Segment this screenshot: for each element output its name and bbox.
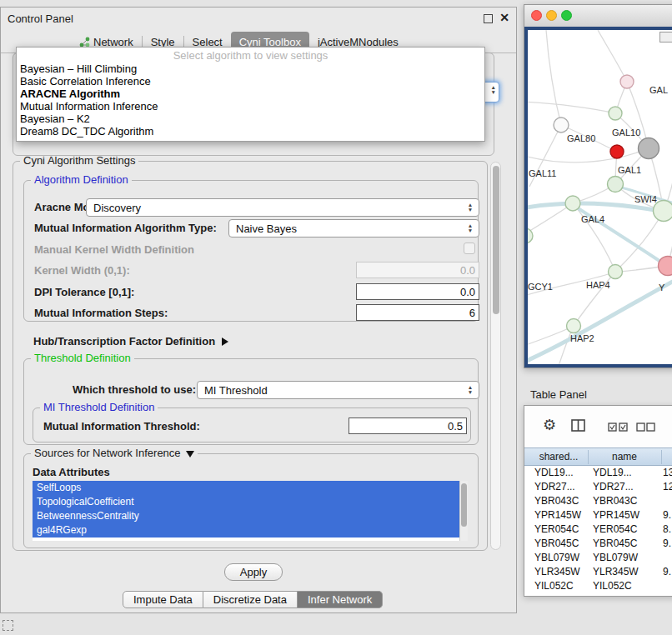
list-item[interactable]: SelfLoops: [33, 481, 459, 495]
table-row[interactable]: YBL079WYBL079W: [524, 551, 672, 565]
dropdown-placeholder: Select algorithm to view settings: [17, 49, 484, 62]
table-row[interactable]: YER054CYER054C8.: [524, 522, 672, 537]
hub-definition-section[interactable]: Hub/Transcription Factor Definition: [33, 333, 228, 348]
hub-definition-label: Hub/Transcription Factor Definition: [33, 335, 215, 348]
network-node[interactable]: [609, 107, 622, 120]
table-body: YDL19...YDL19...13 YDR27...YDR27...12 YB…: [524, 466, 672, 596]
algorithm-option[interactable]: Dream8 DC_TDC Algorithm: [17, 125, 484, 138]
network-node[interactable]: [567, 319, 581, 333]
tab-label: Impute Data: [133, 593, 193, 606]
algorithm-option[interactable]: Basic Correlation Inference: [17, 75, 484, 88]
group-title: MI Threshold Definition: [40, 401, 158, 413]
combo-value: MI Threshold: [198, 384, 464, 397]
chevron-up-down-icon: ▲▼: [491, 85, 496, 95]
network-node[interactable]: [620, 75, 634, 88]
cell: YLR345W: [593, 565, 659, 579]
column-header-name[interactable]: name: [589, 451, 659, 462]
algorithm-option[interactable]: Mutual Information Inference: [17, 100, 484, 112]
combo-value: Naive Bayes: [229, 222, 464, 235]
network-node[interactable]: [528, 228, 533, 243]
node-label: Y: [659, 282, 664, 292]
group-title: Cyni Algorithm Settings: [20, 154, 138, 167]
columns-icon[interactable]: [571, 419, 585, 432]
control-panel-titlebar[interactable]: Control Panel ✕: [1, 8, 516, 31]
zoom-traffic-light[interactable]: [561, 10, 572, 21]
manual-kernel-checkbox: [464, 242, 475, 254]
network-node[interactable]: [609, 265, 623, 279]
apply-button[interactable]: Apply: [224, 563, 283, 581]
list-item[interactable]: TopologicalCoefficient: [33, 495, 459, 509]
minimize-traffic-light[interactable]: [546, 10, 557, 21]
collapse-down-icon[interactable]: [186, 451, 194, 458]
node-label: GAL11: [529, 168, 556, 178]
network-node[interactable]: [565, 196, 580, 211]
tab-discretize-data[interactable]: Discretize Data: [203, 591, 298, 608]
network-node[interactable]: [554, 118, 569, 132]
group-title: Algorithm Definition: [31, 173, 132, 186]
cell: YBR045C: [534, 537, 586, 551]
chevron-up-down-icon: ▲▼: [464, 223, 479, 233]
gear-icon[interactable]: ⚙: [543, 416, 556, 434]
table-row[interactable]: YDR27...YDR27...12: [524, 480, 672, 494]
cell: YIL052C: [593, 579, 659, 593]
node-label: GAL: [649, 85, 668, 95]
algorithm-option[interactable]: Bayesian – K2: [17, 112, 484, 125]
algorithm-option-selected[interactable]: ARACNE Algorithm: [17, 88, 484, 100]
network-node-selected[interactable]: [610, 145, 624, 158]
which-threshold-combobox[interactable]: MI Threshold ▲▼: [197, 381, 479, 399]
table-row[interactable]: YIL052CYIL052C: [524, 579, 672, 593]
settings-scrollbar-track[interactable]: [490, 162, 501, 550]
cell: YDL19...: [534, 466, 586, 480]
settings-scrollbar-thumb[interactable]: [493, 166, 499, 314]
expand-right-icon[interactable]: [222, 338, 228, 346]
table-row[interactable]: YDL19...YDL19...13: [524, 466, 672, 480]
list-item[interactable]: gal4RGexp: [33, 523, 459, 538]
column-header-shared-name[interactable]: shared...: [531, 451, 586, 462]
column-separator[interactable]: [661, 450, 662, 464]
mi-steps-field[interactable]: [356, 304, 479, 321]
close-window-icon[interactable]: ✕: [499, 11, 509, 24]
deselect-all-checkboxes-icon[interactable]: [636, 422, 656, 432]
birdseye-view-icon[interactable]: [659, 32, 672, 42]
mi-type-combobox[interactable]: Naive Bayes ▲▼: [228, 219, 479, 238]
list-scrollbar-thumb[interactable]: [461, 483, 467, 527]
select-all-checkboxes-icon[interactable]: [608, 422, 629, 432]
cell: YBR043C: [534, 494, 586, 508]
list-scrollbar-track[interactable]: [459, 481, 468, 541]
selection-tool-icon[interactable]: [3, 620, 13, 631]
column-separator[interactable]: [588, 450, 589, 464]
table-row[interactable]: YBR043CYBR043C: [524, 494, 672, 508]
cell: YLR345W: [534, 565, 586, 579]
algorithm-option[interactable]: Bayesian – Hill Climbing: [17, 62, 484, 75]
tab-label: Infer Network: [308, 593, 372, 606]
group-title: Threshold Definition: [31, 352, 134, 364]
sources-title[interactable]: Sources for Network Inference: [31, 447, 198, 459]
network-node[interactable]: [659, 257, 672, 276]
close-traffic-light[interactable]: [531, 10, 542, 21]
mi-steps-label: Mutual Information Steps:: [34, 307, 168, 319]
network-window-titlebar[interactable]: [524, 5, 672, 28]
tab-infer-network[interactable]: Infer Network: [298, 591, 383, 608]
network-node[interactable]: [639, 138, 659, 159]
cell: 9.: [663, 565, 671, 579]
table-row[interactable]: YLR345WYLR345W9.: [524, 565, 672, 579]
list-item[interactable]: BetweennessCentrality: [33, 509, 459, 523]
cell: YER054C: [534, 522, 586, 537]
aracne-mode-combobox[interactable]: Discovery ▲▼: [86, 198, 479, 217]
cell: YBR045C: [593, 537, 659, 551]
threshold-definition-group: Threshold Definition Which threshold to …: [23, 358, 479, 445]
float-window-icon[interactable]: [484, 14, 493, 23]
tab-impute-data[interactable]: Impute Data: [123, 591, 203, 608]
data-attributes-list[interactable]: SelfLoops TopologicalCoefficient Between…: [33, 481, 459, 541]
dpi-tolerance-field[interactable]: [356, 283, 479, 300]
table-row[interactable]: YBR045CYBR045C9.: [524, 537, 672, 551]
network-node[interactable]: [608, 177, 624, 192]
control-panel-window: Control Panel ✕ Network Style Select Cyn…: [0, 7, 517, 613]
table-row[interactable]: YPR145WYPR145W9.: [524, 508, 672, 522]
network-canvas[interactable]: GAL GAL80 GAL10 GAL11 GAL1 SWI4 GAL4 GCY…: [528, 30, 672, 364]
cell: YBR043C: [593, 494, 659, 508]
network-view-window: GAL GAL80 GAL10 GAL11 GAL1 SWI4 GAL4 GCY…: [524, 4, 672, 368]
app-screen: Control Panel ✕ Network Style Select Cyn…: [0, 0, 672, 635]
mi-type-label: Mutual Information Algorithm Type:: [34, 222, 217, 234]
mi-threshold-field[interactable]: [349, 418, 467, 434]
